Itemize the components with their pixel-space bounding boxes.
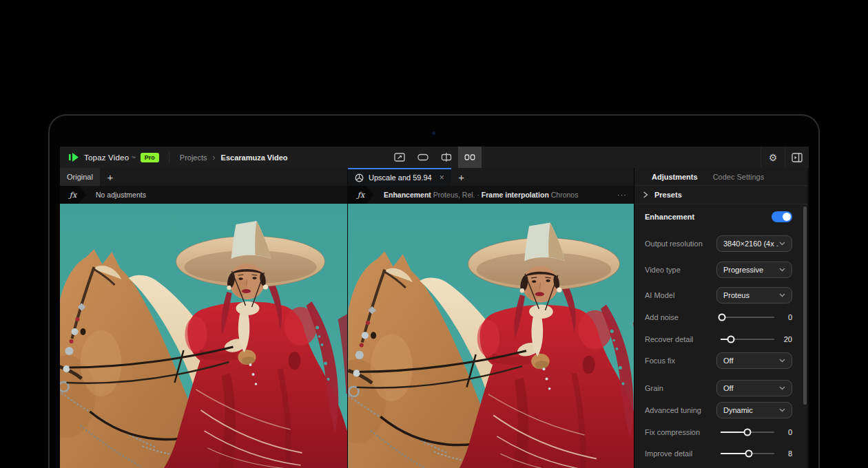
breadcrumb: Projects › Escaramuza Video	[169, 153, 288, 162]
breadcrumb-current-project: Escaramuza Video	[221, 153, 288, 162]
topbar-right-actions: ⚙	[761, 147, 809, 168]
original-filter-bar: ƒx No adjustments	[60, 186, 347, 204]
fx-icon: ƒx	[348, 186, 374, 204]
side-by-side-view-icon	[464, 152, 475, 162]
chevron-down-icon	[779, 386, 785, 390]
presets-accordion[interactable]: Presets	[634, 186, 807, 204]
ai-model-row: AI Model Proteus	[645, 286, 792, 304]
app-name: Topaz Video	[84, 153, 129, 162]
single-view-icon	[417, 152, 428, 162]
chevron-down-icon	[779, 293, 785, 297]
enhancement-controls: Output resolution 3840×2160 (4x ... Vide…	[634, 229, 807, 462]
plus-icon: +	[458, 171, 464, 183]
close-tab-icon[interactable]: ×	[440, 173, 444, 182]
advanced-tuning-value: Dynamic	[723, 406, 779, 414]
ai-model-dropdown[interactable]: Proteus	[716, 287, 792, 304]
grain-label: Grain	[645, 384, 716, 392]
recover-detail-value: 20	[774, 335, 792, 343]
add-noise-row: Add noise 0	[645, 308, 792, 326]
webcam-dot	[432, 131, 435, 135]
laptop-bezel: Topaz Video ™ Pro Projects › Escaramuza …	[48, 114, 820, 468]
topaz-video-app: Topaz Video ™ Pro Projects › Escaramuza …	[60, 147, 809, 468]
frame-interpolation-value: Chronos	[551, 191, 579, 199]
grain-row: Grain Off	[645, 379, 792, 397]
panel-scrollbar[interactable]	[803, 206, 807, 405]
app-logo-group: Topaz Video ™ Pro	[60, 153, 169, 162]
slider-thumb[interactable]	[745, 450, 753, 458]
original-pane: Original + ƒx No adjustments	[60, 168, 347, 468]
chevron-down-icon	[779, 268, 785, 272]
fix-compression-slider[interactable]	[721, 432, 774, 433]
adjustments-panel: Adjustments Codec Settings Presets Enhan…	[634, 168, 807, 468]
single-view-button[interactable]	[411, 147, 435, 168]
slider-thumb[interactable]	[719, 314, 726, 321]
add-noise-label: Add noise	[645, 313, 721, 321]
screenshot-stage: Topaz Video ™ Pro Projects › Escaramuza …	[0, 0, 868, 468]
enhancement-filter-value: Proteus, Rel.	[433, 191, 475, 199]
chevron-down-icon	[779, 408, 785, 412]
add-tab-button-right[interactable]: +	[451, 168, 472, 186]
plus-icon: +	[107, 171, 114, 183]
fit-view-button[interactable]	[388, 147, 411, 168]
settings-button[interactable]: ⚙	[761, 147, 785, 168]
chevron-down-icon	[779, 359, 785, 363]
applied-filters-summary: Enhancement Proteus, Rel. · Frame interp…	[384, 191, 578, 199]
focus-fix-value: Off	[723, 357, 779, 365]
tab-original[interactable]: Original	[60, 168, 100, 186]
enhancement-title: Enhancement	[645, 213, 772, 221]
video-type-value: Progressive	[723, 266, 779, 274]
focus-fix-dropdown[interactable]: Off	[716, 352, 792, 369]
upscaled-filter-bar: ƒx Enhancement Proteus, Rel. · Frame int…	[348, 186, 634, 204]
improve-detail-value: 8	[774, 449, 792, 458]
ai-model-label: AI Model	[645, 291, 716, 299]
tab-codec-settings[interactable]: Codec Settings	[713, 173, 765, 181]
output-resolution-value: 3840×2160 (4x ...	[723, 240, 779, 248]
trademark: ™	[131, 156, 136, 160]
panel-tabs: Adjustments Codec Settings	[634, 168, 807, 186]
export-panel-icon	[792, 153, 803, 162]
recover-detail-slider[interactable]	[721, 339, 774, 340]
tab-upscale[interactable]: Upscale and 59.94 ×	[348, 168, 451, 186]
advanced-tuning-dropdown[interactable]: Dynamic	[716, 402, 792, 418]
fix-compression-label: Fix compression	[645, 428, 721, 436]
upscaled-video-preview[interactable]	[348, 204, 634, 468]
add-tab-button-left[interactable]: +	[100, 168, 121, 186]
improve-detail-label: Improve detail	[645, 449, 721, 458]
original-video-preview[interactable]	[60, 204, 347, 468]
video-type-row: Video type Progressive	[645, 261, 792, 279]
fix-compression-value: 0	[774, 428, 792, 436]
tab-adjustments[interactable]: Adjustments	[652, 173, 698, 181]
breadcrumb-projects[interactable]: Projects	[180, 153, 207, 162]
slider-thumb[interactable]	[727, 336, 734, 343]
output-resolution-dropdown[interactable]: 3840×2160 (4x ...	[716, 235, 792, 252]
export-panel-toggle-button[interactable]	[785, 147, 809, 168]
improve-detail-row: Improve detail 8	[645, 445, 792, 462]
no-adjustments-label: No adjustments	[96, 191, 146, 199]
add-noise-slider[interactable]	[721, 317, 774, 318]
fx-glyph: ƒx	[358, 191, 364, 200]
upscaled-tabstrip: Upscale and 59.94 × +	[348, 168, 634, 186]
fx-glyph: ƒx	[70, 191, 76, 200]
focus-fix-label: Focus fix	[645, 357, 716, 365]
grain-dropdown[interactable]: Off	[716, 380, 792, 396]
ai-model-value: Proteus	[723, 291, 779, 299]
slider-thumb[interactable]	[744, 429, 752, 436]
side-by-side-view-button[interactable]	[458, 147, 482, 168]
video-type-dropdown[interactable]: Progressive	[716, 262, 792, 278]
focus-fix-row: Focus fix Off	[645, 352, 792, 370]
split-view-button[interactable]	[435, 147, 458, 168]
fit-view-icon	[394, 152, 405, 162]
topaz-logo-icon	[69, 153, 79, 162]
tab-original-label: Original	[67, 173, 93, 181]
view-mode-switcher	[388, 147, 482, 168]
gear-icon: ⚙	[769, 153, 778, 162]
advanced-tuning-row: Advanced tuning Dynamic	[645, 401, 792, 419]
split-view-icon	[441, 152, 452, 162]
improve-detail-slider[interactable]	[721, 453, 774, 454]
tab-upscale-label: Upscale and 59.94	[369, 173, 432, 182]
more-options-icon[interactable]: ···	[617, 191, 627, 199]
video-type-label: Video type	[645, 266, 716, 274]
advanced-tuning-label: Advanced tuning	[645, 406, 716, 414]
enhancement-toggle[interactable]	[772, 211, 792, 222]
add-noise-value: 0	[774, 313, 792, 321]
